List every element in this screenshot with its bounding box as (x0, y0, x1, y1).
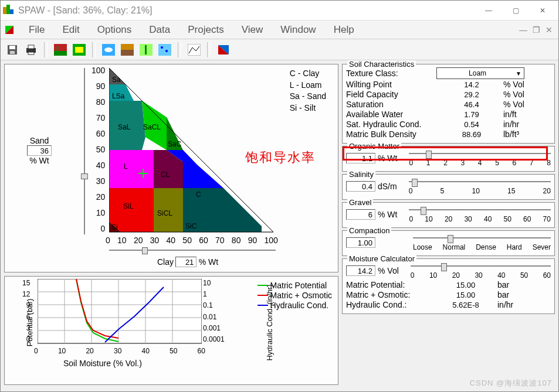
sand-unit: % Wt (27, 156, 52, 165)
minimize-button[interactable]: — (475, 2, 502, 19)
highlight-box (343, 146, 548, 161)
plot-chart (38, 279, 202, 348)
save-icon[interactable] (4, 42, 21, 58)
svg-rect-15 (75, 47, 83, 53)
y-tick-r: 1 (203, 290, 225, 298)
sc-unit: % Vol (503, 80, 524, 89)
menu-edit[interactable]: Edit (54, 23, 87, 37)
moist-label: Matric Potential: (346, 280, 434, 289)
svg-rect-6 (9, 46, 15, 49)
menu-data[interactable]: Data (141, 23, 178, 37)
x-tick: 10 (58, 347, 66, 355)
mdi-minimize-button[interactable]: — (517, 25, 529, 35)
texture-class-combo[interactable]: Loam ▼ (436, 67, 524, 79)
sc-label: Wilting Point (346, 80, 440, 89)
print-icon[interactable] (23, 42, 39, 58)
menu-view[interactable]: View (233, 23, 272, 37)
moist-unit: bar (497, 290, 509, 299)
x-tick: 40 (167, 236, 176, 245)
sc-label: Saturation (346, 100, 440, 109)
x-tick: 100 (265, 236, 278, 245)
clay-input[interactable]: 21 (175, 257, 197, 267)
sc-value: 46.4 (442, 100, 501, 109)
moist-value: 15.00 (436, 291, 495, 299)
tick: 20 (445, 215, 452, 223)
y-tick: 20 (96, 192, 106, 202)
close-button[interactable]: ✕ (529, 2, 556, 19)
svg-point-23 (161, 46, 163, 49)
svg-rect-12 (54, 51, 67, 56)
salinity-unit: dS/m (378, 182, 397, 191)
client-area: Sand 36 % Wt 100 90 80 70 60 (1, 60, 558, 391)
menu-options[interactable]: Options (89, 23, 140, 37)
moisture-calculator-box: Moisture Calculator 14.2 % Vol 010203040… (342, 258, 555, 314)
y-tick: 30 (96, 176, 106, 186)
field-icon[interactable] (71, 42, 87, 58)
salinity-legend: Salinity (347, 170, 375, 179)
x-tick: 0 (106, 236, 110, 245)
tick: 40 (484, 215, 492, 223)
y-tick: 100 (92, 66, 105, 75)
salinity-input[interactable]: 0.4 (346, 181, 375, 192)
svg-text:CL: CL (161, 171, 170, 179)
clay-slider[interactable] (109, 246, 276, 254)
maximize-button[interactable]: ▢ (502, 2, 529, 19)
moist-label: Matric + Osmotic: (346, 290, 434, 299)
tick: 40 (497, 271, 505, 279)
plot-xlabel: Soil Moisture (% Vol.) (63, 359, 142, 368)
sc-unit: % Vol (503, 90, 524, 99)
sc-value: 14.2 (442, 80, 501, 89)
menu-projects[interactable]: Projects (179, 23, 232, 37)
menu-window[interactable]: Window (272, 23, 324, 37)
menu-help[interactable]: Help (326, 23, 362, 37)
tick: 0 (411, 271, 415, 279)
y-tick-r: 0.1 (203, 301, 225, 309)
svg-text:SiCL: SiCL (157, 209, 172, 217)
salinity-slider[interactable] (409, 178, 551, 186)
triangle-icon[interactable] (215, 42, 232, 58)
x-tick: 20 (134, 236, 143, 245)
moist-unit: in/hr (497, 300, 513, 309)
compaction-slider[interactable] (413, 234, 551, 242)
sc-unit: lb/ft³ (503, 129, 519, 139)
y-tick-r: 10 (203, 279, 225, 287)
graph-icon[interactable] (186, 42, 202, 58)
mdi-restore-button[interactable]: ❐ (530, 25, 542, 35)
app-window: SPAW - [Sand: 36%, Clay: 21%] — ▢ ✕ File… (0, 0, 559, 392)
svg-text:LSa: LSa (112, 92, 125, 100)
moist-value: 15.00 (436, 281, 495, 289)
tick: 50 (520, 271, 528, 279)
mdi-close-button[interactable]: ✕ (543, 25, 555, 35)
soil-characteristics-legend: Soil Characteristics (347, 60, 416, 69)
tick: 70 (543, 215, 551, 223)
plot-panel: Potential (bar) 15 12 9 6 3 0 (4, 276, 338, 385)
sand-input[interactable]: 36 (27, 145, 52, 156)
farm-icon[interactable] (52, 42, 69, 58)
sc-label: Available Water (346, 110, 440, 119)
svg-rect-7 (10, 51, 15, 54)
gravel-slider[interactable] (409, 206, 551, 214)
svg-text:SaL: SaL (118, 123, 131, 131)
cloud-icon[interactable] (100, 42, 117, 58)
soil-characteristics-box: Soil Characteristics Texture Class: Loam… (342, 64, 555, 144)
crop-icon[interactable] (138, 42, 154, 58)
irrigation-icon[interactable] (157, 42, 173, 58)
moisture-input[interactable]: 14.2 (346, 265, 375, 276)
gravel-input[interactable]: 6 (346, 209, 375, 220)
tick: Dense (476, 243, 496, 251)
tick: 20 (452, 271, 460, 279)
svg-text:SiL: SiL (123, 202, 134, 210)
compaction-input[interactable]: 1.00 (346, 237, 375, 248)
menu-file[interactable]: File (21, 23, 53, 37)
x-tick: 90 (248, 236, 258, 245)
tick: 60 (523, 215, 531, 223)
svg-rect-1 (6, 5, 10, 14)
moisture-slider[interactable] (411, 262, 551, 270)
tick: 10 (472, 187, 479, 195)
toolbar (1, 39, 558, 60)
sand-slider[interactable] (80, 68, 89, 234)
doc-icon (4, 25, 15, 35)
soil-icon[interactable] (119, 42, 135, 58)
x-tick: 50 (182, 236, 192, 245)
sc-label: Matric Bulk Density (346, 129, 440, 139)
